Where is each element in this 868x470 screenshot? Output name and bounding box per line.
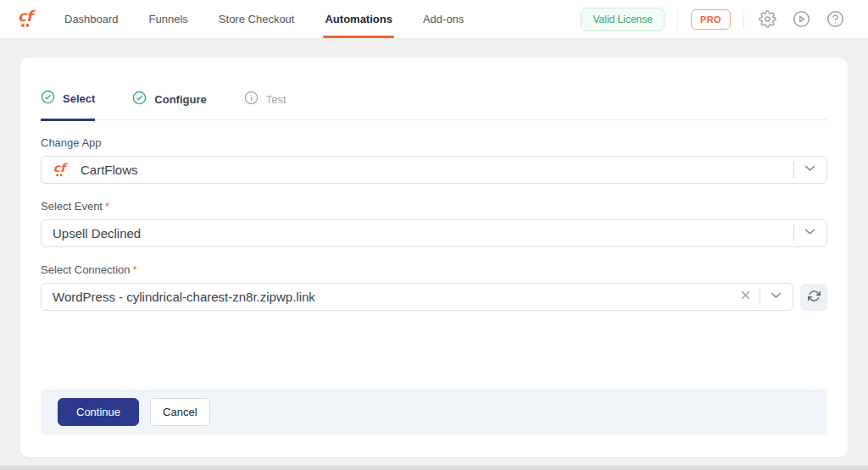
card-footer: Continue Cancel — [41, 389, 827, 435]
select-connection-value: WordPress - cylindrical-charest-zn8r.zip… — [53, 290, 315, 304]
cancel-button[interactable]: Cancel — [150, 398, 209, 426]
select-connection-select[interactable]: WordPress - cylindrical-charest-zn8r.zip… — [41, 283, 793, 311]
nav-item-add-ons[interactable]: Add-ons — [423, 0, 464, 38]
indicator-separator — [760, 289, 760, 305]
svg-text:cf: cf — [53, 160, 68, 174]
top-navbar: cf Dashboard Funnels Store Checkout Auto… — [0, 0, 868, 39]
indicator-separator — [793, 162, 794, 178]
divider — [743, 10, 744, 29]
play-circle-icon[interactable] — [791, 8, 812, 30]
select-indicators — [793, 224, 818, 243]
nav-item-automations[interactable]: Automations — [325, 0, 392, 38]
check-circle-icon — [132, 91, 147, 108]
change-app-select[interactable]: cf CartFlows — [41, 156, 827, 184]
tab-configure-label: Configure — [154, 93, 206, 106]
check-circle-icon — [41, 90, 55, 108]
automation-setup-card: Select Configure Test Change App — [20, 58, 848, 457]
nav-item-store-checkout[interactable]: Store Checkout — [219, 0, 295, 38]
select-event-select[interactable]: Upsell Declined — [41, 219, 827, 247]
main-nav: Dashboard Funnels Store Checkout Automat… — [64, 0, 464, 38]
chevron-down-icon[interactable] — [768, 287, 784, 307]
refresh-icon — [808, 290, 821, 305]
refresh-connections-button[interactable] — [800, 284, 827, 311]
tab-select[interactable]: Select — [41, 90, 95, 121]
window-bottom-edge — [0, 465, 868, 470]
change-app-label: Change App — [41, 136, 827, 149]
chevron-down-icon[interactable] — [802, 224, 818, 243]
cartflows-app-icon: cf — [53, 160, 70, 180]
header-actions: Valid License PRO — [581, 0, 846, 38]
svg-text:cf: cf — [18, 8, 36, 25]
change-app-value: cf CartFlows — [53, 160, 138, 180]
indicator-separator — [793, 225, 794, 241]
trigger-form: Change App cf CartFlows — [20, 120, 848, 311]
tab-test-label: Test — [266, 93, 287, 106]
pro-badge[interactable]: PRO — [691, 9, 731, 30]
settings-icon[interactable] — [757, 8, 778, 30]
tab-select-label: Select — [63, 92, 95, 105]
select-indicators — [793, 160, 818, 180]
info-circle-icon — [244, 91, 259, 108]
connection-row: WordPress - cylindrical-charest-zn8r.zip… — [41, 283, 827, 311]
cartflows-logo[interactable]: cf — [17, 0, 39, 38]
license-status-badge[interactable]: Valid License — [581, 8, 665, 31]
select-event-label: Select Event* — [41, 200, 827, 213]
select-connection-label: Select Connection* — [41, 263, 827, 276]
divider — [677, 10, 678, 29]
required-asterisk: * — [133, 263, 137, 276]
step-tabs: Select Configure Test — [41, 90, 827, 120]
continue-button[interactable]: Continue — [58, 398, 139, 426]
select-indicators — [739, 287, 784, 307]
tab-configure[interactable]: Configure — [132, 90, 206, 119]
cartflows-logo-icon: cf — [17, 7, 39, 32]
nav-item-funnels[interactable]: Funnels — [149, 0, 188, 38]
help-circle-icon[interactable] — [825, 8, 846, 30]
tab-test[interactable]: Test — [244, 90, 287, 119]
nav-item-dashboard[interactable]: Dashboard — [64, 0, 119, 38]
chevron-down-icon[interactable] — [802, 160, 818, 180]
required-asterisk: * — [105, 200, 109, 213]
clear-icon[interactable] — [739, 289, 752, 305]
select-event-value: Upsell Declined — [53, 226, 141, 241]
